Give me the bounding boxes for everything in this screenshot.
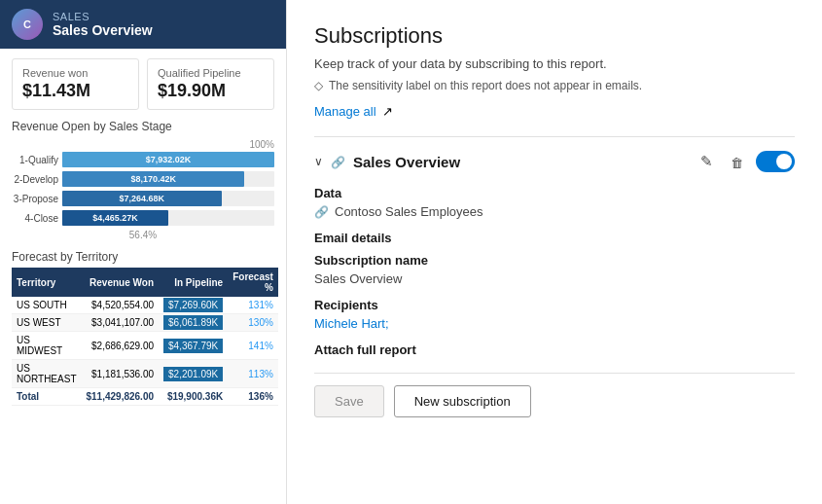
kpi-card-revenue: Revenue won $11.43M — [12, 58, 139, 110]
bar-fill: $4,465.27K — [62, 210, 168, 226]
sensitivity-note: The sensitivity label on this report doe… — [329, 79, 642, 92]
delete-subscription-button[interactable] — [726, 152, 748, 172]
table-section: Forecast by Territory Territory Revenue … — [12, 250, 274, 406]
app-nav-label: SALES — [53, 11, 153, 22]
table-row: US NORTHEAST$1,181,536.00$2,201.09K113% — [12, 360, 278, 388]
total-cell: 136% — [228, 388, 278, 406]
sensitivity-row: The sensitivity label on this report doe… — [314, 79, 795, 92]
kpi-row: Revenue won $11.43M Qualified Pipeline $… — [12, 58, 274, 110]
kpi-value-pipeline: $19.90M — [158, 81, 264, 101]
bar-fill: $7,932.02K — [62, 152, 274, 167]
cell-forecast: 131% — [228, 297, 278, 314]
col-forecast: Forecast % — [228, 268, 278, 297]
cell-pipeline: $2,201.09K — [159, 360, 228, 388]
cell-forecast: 130% — [228, 314, 278, 332]
toggle-knob — [776, 154, 792, 169]
cell-revenue: $4,520,554.00 — [82, 297, 160, 314]
bar-row: 2-Develop$8,170.42K — [12, 171, 274, 187]
cell-forecast: 141% — [228, 332, 278, 360]
recipients-value: Michele Hart; — [314, 316, 795, 331]
cell-revenue: $3,041,107.00 — [82, 314, 160, 332]
bottom-bar: Save New subscription — [314, 373, 795, 417]
bar-label: 4-Close — [12, 213, 58, 224]
cell-pipeline: $4,367.79K — [159, 332, 228, 360]
edit-subscription-button[interactable] — [696, 151, 718, 172]
manage-all-link[interactable]: Manage all — [314, 104, 376, 119]
link-icon — [331, 154, 345, 169]
table-title: Forecast by Territory — [12, 250, 274, 264]
col-revenue: Revenue Won — [82, 268, 160, 297]
table-total-row: Total$11,429,826.00$19,900.36K136% — [12, 388, 278, 406]
app-header-text: SALES Sales Overview — [53, 11, 153, 38]
subscription-toggle[interactable] — [756, 151, 795, 172]
save-button[interactable]: Save — [314, 385, 384, 417]
bar-row: 1-Qualify$7,932.02K — [12, 152, 274, 167]
col-territory: Territory — [12, 268, 82, 297]
panel-title: Subscriptions — [314, 23, 795, 49]
bar-background: $7,932.02K — [62, 152, 274, 167]
cell-territory: US MIDWEST — [12, 332, 82, 360]
total-cell: $11,429,826.00 — [82, 388, 160, 406]
trash-icon — [731, 154, 743, 170]
data-section-value: Contoso Sales Employees — [314, 204, 795, 219]
bar-value: $7,932.02K — [146, 155, 192, 164]
bar-background: $4,465.27K — [62, 210, 274, 226]
cell-forecast: 113% — [228, 360, 278, 388]
subscription-name-header: Sales Overview — [353, 154, 688, 170]
subscription-header: Sales Overview — [314, 151, 795, 172]
chevron-down-icon[interactable] — [314, 155, 323, 168]
table-body: US SOUTH$4,520,554.00$7,269.60K131%US WE… — [12, 297, 278, 406]
table-row: US SOUTH$4,520,554.00$7,269.60K131% — [12, 297, 278, 314]
app-logo: C — [12, 9, 43, 40]
sensitivity-icon — [314, 79, 323, 92]
chart-100-label: 100% — [12, 139, 274, 150]
data-value: Contoso Sales Employees — [335, 204, 482, 219]
bar-chart: 1-Qualify$7,932.02K2-Develop$8,170.42K3-… — [12, 152, 274, 226]
cell-territory: US NORTHEAST — [12, 360, 82, 388]
email-details-label: Email details — [314, 231, 795, 245]
cell-pipeline: $7,269.60K — [159, 297, 228, 314]
chart-section: Revenue Open by Sales Stage 100% 1-Quali… — [12, 120, 274, 240]
bar-row: 3-Propose$7,264.68K — [12, 191, 274, 206]
panel-description: Keep track of your data by subscribing t… — [314, 56, 795, 71]
cell-pipeline: $6,061.89K — [159, 314, 228, 332]
kpi-label-revenue: Revenue won — [22, 67, 128, 79]
subscription-name-label: Subscription name — [314, 253, 795, 268]
table-row: US WEST$3,041,107.00$6,061.89K130% — [12, 314, 278, 332]
manage-all-row: Manage all — [314, 104, 795, 119]
edit-icon — [700, 153, 713, 169]
recipients-label: Recipients — [314, 298, 795, 312]
data-link-icon — [314, 204, 329, 219]
right-panel: Subscriptions Keep track of your data by… — [287, 0, 822, 504]
kpi-card-pipeline: Qualified Pipeline $19.90M — [147, 58, 274, 110]
bar-label: 3-Propose — [12, 194, 58, 204]
bar-value: $7,264.68K — [119, 194, 164, 203]
cell-territory: US SOUTH — [12, 297, 82, 314]
cell-revenue: $1,181,536.00 — [82, 360, 160, 388]
total-cell: Total — [12, 388, 82, 406]
logo-text: C — [23, 18, 31, 30]
total-cell: $19,900.36K — [159, 388, 228, 406]
bar-label: 1-Qualify — [12, 155, 58, 165]
bar-row: 4-Close$4,465.27K — [12, 210, 274, 226]
app-header: C SALES Sales Overview — [0, 0, 286, 49]
new-subscription-button[interactable]: New subscription — [394, 385, 531, 417]
kpi-label-pipeline: Qualified Pipeline — [158, 67, 264, 79]
bar-fill: $7,264.68K — [62, 191, 222, 206]
left-panel: C SALES Sales Overview Revenue won $11.4… — [0, 0, 287, 504]
bar-value: $8,170.42K — [130, 174, 176, 184]
col-pipeline: In Pipeline — [159, 268, 228, 297]
table-row: US MIDWEST$2,686,629.00$4,367.79K141% — [12, 332, 278, 360]
bar-value: $4,465.27K — [92, 213, 138, 223]
app-nav-title: Sales Overview — [53, 22, 153, 38]
attach-label: Attach full report — [314, 342, 795, 357]
bar-label: 2-Develop — [12, 174, 58, 185]
data-section-label: Data — [314, 186, 795, 200]
bar-background: $7,264.68K — [62, 191, 274, 206]
kpi-value-revenue: $11.43M — [22, 81, 128, 101]
cell-territory: US WEST — [12, 314, 82, 332]
bar-fill: $8,170.42K — [62, 171, 244, 187]
chart-title: Revenue Open by Sales Stage — [12, 120, 274, 133]
forecast-table: Territory Revenue Won In Pipeline Foreca… — [12, 268, 278, 406]
chart-bottom-pct: 56.4% — [12, 230, 274, 240]
